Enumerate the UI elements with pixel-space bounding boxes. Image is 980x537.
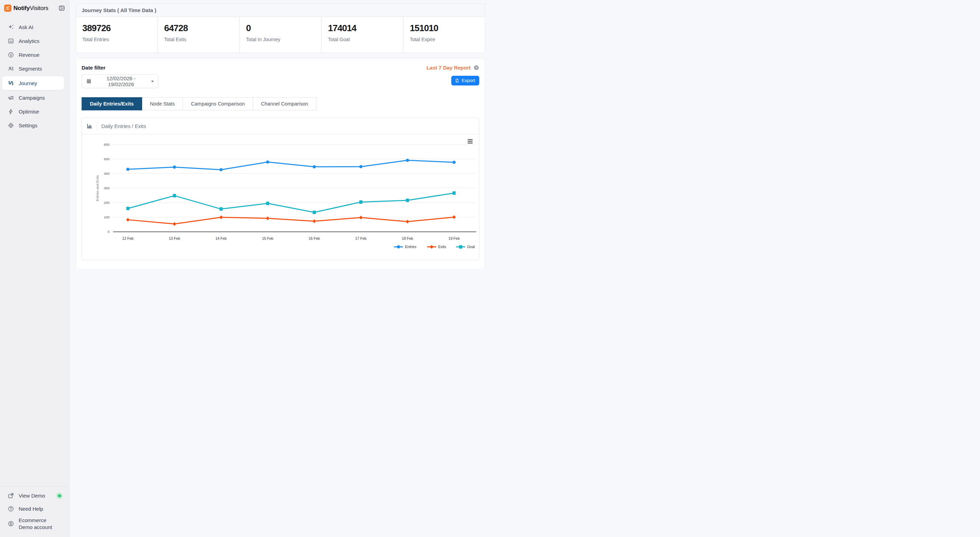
sidebar-item-label: Analytics	[19, 38, 40, 44]
tab-campaigns-comparison[interactable]: Campaigns Comparison	[183, 97, 253, 110]
svg-text:17 Feb: 17 Feb	[355, 237, 367, 241]
svg-text:Goal: Goal	[467, 245, 475, 249]
stat-card-total-goal: 174014 Total Goal	[321, 17, 403, 53]
chart-menu-button[interactable]	[467, 139, 473, 144]
sidebar-item-label: Revenue	[19, 52, 40, 58]
svg-text:19 Feb: 19 Feb	[449, 237, 460, 241]
stat-label: Total Goal	[328, 37, 397, 42]
svg-text:14 Feb: 14 Feb	[215, 237, 227, 241]
svg-text:x: x	[456, 80, 457, 82]
svg-text:Exits: Exits	[438, 245, 446, 249]
sidebar-item-label: Journey	[19, 80, 37, 86]
date-range-value: 12/02/2026 - 19/02/2026	[95, 75, 147, 87]
sidebar-item-label: Segments	[19, 66, 42, 72]
lightning-icon	[8, 108, 14, 115]
journey-stats-grid: 389726 Total Entries 64728 Total Exits 0…	[76, 17, 485, 53]
svg-text:16 Feb: 16 Feb	[309, 237, 320, 241]
export-button[interactable]: x Export	[451, 76, 479, 86]
svg-text:0: 0	[108, 230, 110, 234]
svg-text:Entries and Exits: Entries and Exits	[95, 175, 99, 201]
logo-text-light: Visitors	[30, 5, 48, 11]
svg-text:100: 100	[104, 215, 110, 219]
svg-text:300: 300	[104, 186, 110, 190]
sidebar-item-ask-ai[interactable]: Ask AI	[0, 20, 69, 34]
calendar-icon	[86, 78, 92, 84]
notifyvisitors-logo-icon	[4, 5, 11, 12]
main-content: Journey Stats ( All Time Data ) 389726 T…	[70, 0, 490, 269]
journey-stats-header: Journey Stats ( All Time Data )	[76, 4, 485, 17]
svg-text:500: 500	[104, 157, 110, 161]
stat-label: Total Exits	[164, 37, 233, 42]
sidebar-item-label: Optimise	[19, 108, 39, 115]
svg-text:12 Feb: 12 Feb	[122, 237, 134, 241]
svg-text:18 Feb: 18 Feb	[402, 237, 413, 241]
help-icon[interactable]: ?	[473, 65, 479, 70]
journey-stats-card: Journey Stats ( All Time Data ) 389726 T…	[76, 3, 485, 53]
sidebar-item-settings[interactable]: Settings	[0, 118, 69, 132]
stat-card-total-exits: 64728 Total Exits	[158, 17, 239, 53]
stat-card-total-expire: 151010 Total Expire	[404, 17, 485, 53]
sidebar-item-optimise[interactable]: Optimise	[0, 105, 69, 118]
bar-chart-icon	[86, 123, 93, 129]
caret-down-icon	[151, 81, 154, 82]
export-file-icon: x	[455, 78, 460, 83]
tab-daily-entries-exits[interactable]: Daily Entries/Exits	[82, 97, 142, 110]
svg-text:13 Feb: 13 Feb	[169, 237, 180, 241]
stat-card-total-entries: 389726 Total Entries	[76, 17, 158, 53]
sidebar-item-analytics[interactable]: Analytics	[0, 34, 69, 48]
last-7-day-report-link[interactable]: Last 7 Day Report	[426, 65, 471, 70]
users-icon	[8, 65, 14, 72]
legend-item-entries[interactable]: Entries	[394, 245, 416, 249]
sidebar-item-campaigns[interactable]: Campaigns	[0, 91, 69, 105]
sidebar-item-revenue[interactable]: $ Revenue	[0, 48, 69, 62]
journey-report-card: Date filter 12/02/2026 - 19/02/2026 Last…	[76, 58, 485, 269]
stat-value: 389726	[82, 23, 151, 33]
sidebar-item-journey[interactable]: Journey	[2, 76, 64, 90]
stat-card-total-in-journey: 0 Total In Journey	[240, 17, 321, 53]
chart-title: Daily Entries / Exits	[101, 123, 146, 129]
legend-item-goal[interactable]: Goal	[456, 245, 475, 249]
sparkles-icon	[8, 24, 14, 30]
sidebar-collapse-button[interactable]	[59, 5, 65, 11]
stat-label: Total Entries	[82, 37, 151, 42]
report-tabs: Daily Entries/Exits Node Stats Campaigns…	[82, 97, 479, 110]
svg-text:400: 400	[104, 172, 110, 175]
stat-value: 174014	[328, 23, 397, 33]
stat-value: 64728	[164, 23, 233, 33]
sidebar-item-label: Campaigns	[19, 95, 45, 101]
analytics-icon	[8, 38, 14, 44]
sidebar-item-label: Settings	[19, 123, 37, 128]
svg-text:$: $	[10, 53, 12, 56]
logo-link[interactable]: NotifyVisitors	[4, 5, 48, 12]
stat-value: 151010	[410, 23, 479, 33]
date-filter-label: Date filter	[82, 64, 158, 70]
sidebar: NotifyVisitors Ask AI Analytics $ Revenu…	[0, 0, 70, 269]
date-range-picker[interactable]: 12/02/2026 - 19/02/2026	[82, 74, 158, 88]
export-label: Export	[461, 78, 475, 83]
tab-node-stats[interactable]: Node Stats	[142, 97, 183, 110]
svg-text:200: 200	[104, 201, 110, 204]
dollar-circle-icon: $	[8, 51, 14, 58]
sidebar-item-segments[interactable]: Segments	[0, 62, 69, 75]
svg-text:15 Feb: 15 Feb	[262, 237, 274, 241]
svg-text:Entries: Entries	[405, 245, 416, 249]
stat-label: Total In Journey	[246, 37, 315, 42]
sidebar-item-label: Ask AI	[19, 24, 33, 30]
tab-channel-comparison[interactable]: Channel Comparison	[253, 97, 317, 110]
logo-text-bold: Notify	[13, 5, 30, 11]
stat-label: Total Expire	[410, 37, 479, 42]
legend-item-exits[interactable]: Exits	[427, 245, 446, 249]
gear-icon	[8, 122, 14, 129]
sidebar-nav: Ask AI Analytics $ Revenue Segments Jour…	[0, 20, 69, 132]
journey-route-icon	[8, 80, 14, 86]
megaphone-icon	[8, 94, 14, 101]
daily-entries-exits-chart: 0100200300400500600Entries and Exits12 F…	[82, 136, 479, 252]
stat-value: 0	[246, 23, 315, 33]
chart-panel: Daily Entries / Exits 010020030040050060…	[82, 118, 479, 260]
svg-text:600: 600	[104, 143, 110, 147]
svg-text:?: ?	[476, 66, 477, 70]
